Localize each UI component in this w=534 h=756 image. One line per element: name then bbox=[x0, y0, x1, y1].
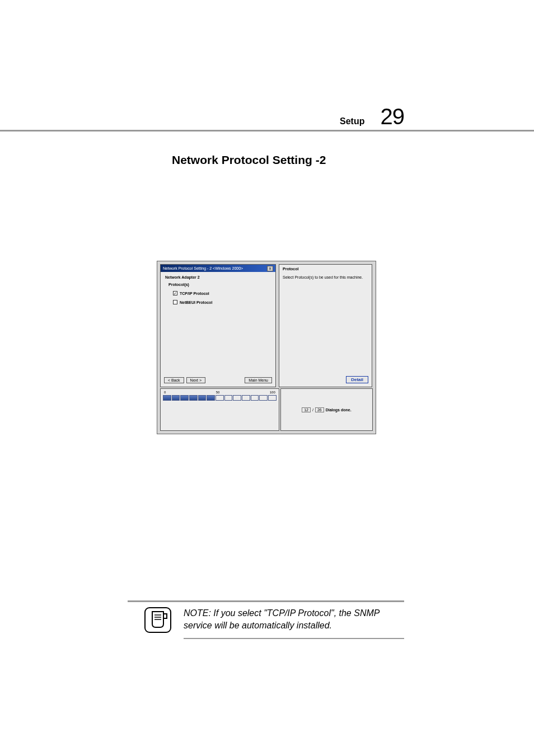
progress-seg bbox=[224, 395, 233, 401]
dialog-screenshot: Network Protocol Setting - 2 <Windows 20… bbox=[157, 261, 376, 434]
protocol-netbeui-row[interactable]: NetBEUI Protocol bbox=[173, 300, 271, 304]
protocol-netbeui-label: NetBEUI Protocol bbox=[180, 300, 212, 304]
note-row: NOTE: If you select "TCP/IP Protocol", t… bbox=[144, 607, 404, 633]
progress-seg bbox=[259, 395, 268, 401]
dialog-titlebar: Network Protocol Setting - 2 <Windows 20… bbox=[161, 265, 275, 272]
next-button[interactable]: Next > bbox=[186, 377, 205, 383]
progress-seg bbox=[216, 395, 224, 401]
dialog-button-row: < Back Next > Main Menu bbox=[164, 377, 272, 383]
scale-mid: 50 bbox=[216, 391, 220, 394]
progress-status: Dialogs done. bbox=[326, 408, 352, 412]
side-heading: Protocol bbox=[283, 267, 368, 271]
page-number: 29 bbox=[381, 104, 405, 129]
main-menu-button[interactable]: Main Menu bbox=[245, 377, 272, 383]
dialog-body: Network Adapter 2 Protocol(s) TCP/IP Pro… bbox=[161, 272, 275, 308]
progress-pane: 0 50 100 bbox=[160, 388, 279, 431]
back-button[interactable]: < Back bbox=[164, 377, 184, 383]
header-divider bbox=[0, 130, 534, 132]
protocol-tcpip-row[interactable]: TCP/IP Protocol bbox=[173, 291, 271, 295]
progress-seg bbox=[180, 395, 189, 401]
scale-max: 100 bbox=[270, 391, 275, 394]
progress-seg bbox=[242, 395, 250, 401]
dialog-side-pane: Protocol Select Protocol(s) to be used f… bbox=[279, 264, 372, 387]
progress-seg bbox=[207, 395, 215, 401]
progress-seg bbox=[268, 395, 277, 401]
dialog-title: Network Protocol Setting - 2 <Windows 20… bbox=[163, 266, 243, 270]
side-desc: Select Protocol(s) to be used for this m… bbox=[283, 275, 368, 279]
protocol-tcpip-label: TCP/IP Protocol bbox=[180, 292, 209, 295]
close-icon[interactable]: x bbox=[267, 266, 273, 271]
note-icon bbox=[144, 607, 171, 633]
note-divider-top bbox=[128, 600, 404, 602]
note-divider-bottom bbox=[184, 638, 404, 639]
detail-button[interactable]: Detail bbox=[346, 376, 368, 383]
dialog-top-row: Network Protocol Setting - 2 <Windows 20… bbox=[157, 261, 376, 387]
checkbox-netbeui[interactable] bbox=[173, 300, 177, 304]
progress-seg bbox=[233, 395, 241, 401]
progress-seg bbox=[189, 395, 198, 401]
progress-seg bbox=[251, 395, 259, 401]
section-label: Setup bbox=[340, 116, 364, 126]
dialog-bottom-row: 0 50 100 bbox=[157, 387, 376, 434]
progress-scale: 0 50 100 bbox=[163, 391, 277, 394]
progress-bar bbox=[163, 395, 277, 401]
progress-sep: / bbox=[312, 408, 313, 412]
progress-seg bbox=[198, 395, 207, 401]
page-root: Setup 29 Network Protocol Setting -2 Net… bbox=[0, 0, 534, 756]
progress-status-pane: 12 / 26 Dialogs done. bbox=[280, 388, 373, 431]
progress-done: 12 bbox=[302, 407, 311, 412]
page-header: Setup 29 bbox=[129, 104, 404, 137]
progress-total: 26 bbox=[315, 407, 324, 412]
section-title: Network Protocol Setting -2 bbox=[172, 153, 326, 167]
scale-min: 0 bbox=[164, 391, 166, 394]
adapter-label: Network Adapter 2 bbox=[165, 275, 271, 279]
checkbox-tcpip[interactable] bbox=[173, 291, 177, 295]
progress-seg bbox=[163, 395, 171, 401]
dialog-main-pane: Network Protocol Setting - 2 <Windows 20… bbox=[160, 264, 276, 387]
page-header-row: Setup 29 bbox=[129, 104, 404, 137]
note-text: NOTE: If you select "TCP/IP Protocol", t… bbox=[184, 607, 396, 631]
protocols-label: Protocol(s) bbox=[168, 283, 271, 287]
progress-seg bbox=[172, 395, 180, 401]
